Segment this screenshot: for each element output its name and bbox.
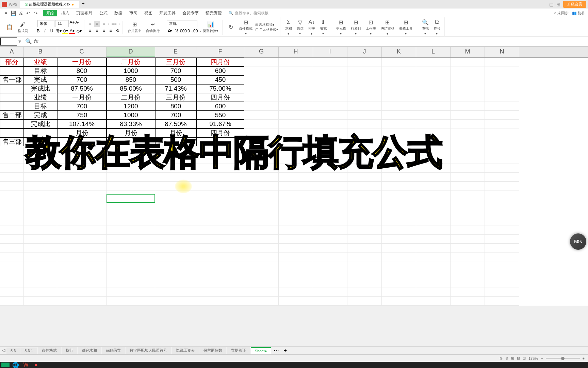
cell[interactable]: 83.33% [107, 120, 155, 128]
cell[interactable] [313, 58, 347, 66]
cell[interactable] [347, 75, 382, 84]
cell[interactable] [451, 279, 485, 288]
cell[interactable]: 700 [155, 111, 196, 120]
cell[interactable]: 600 [196, 66, 244, 75]
cell[interactable] [347, 190, 382, 199]
view-break-icon[interactable]: ⊡ [523, 356, 526, 361]
filter-button[interactable]: ▽筛选▾ [295, 17, 306, 37]
zoom-in-icon[interactable]: + [583, 356, 585, 361]
cell[interactable]: 75.00% [196, 84, 244, 93]
cell[interactable] [155, 190, 196, 199]
cell[interactable] [382, 102, 416, 111]
cell[interactable] [416, 208, 451, 217]
font-name-select[interactable]: 宋体 [37, 20, 54, 27]
cell[interactable] [416, 84, 451, 93]
cell[interactable] [244, 208, 279, 217]
view-layout-icon[interactable]: ⊟ [517, 356, 520, 361]
cell[interactable] [0, 146, 24, 155]
col-header-J[interactable]: J [347, 47, 382, 57]
cell[interactable]: 业绩 [24, 58, 57, 66]
cell[interactable]: 四月份 [196, 58, 244, 66]
cell[interactable] [57, 288, 107, 297]
cell[interactable] [347, 84, 382, 93]
cell[interactable] [0, 208, 24, 217]
cell[interactable] [57, 252, 107, 261]
cell[interactable] [244, 288, 279, 297]
cell[interactable] [451, 270, 485, 279]
cell[interactable]: 800 [155, 102, 196, 111]
magnify-icon[interactable]: 🔍 [25, 38, 32, 45]
cell[interactable] [57, 244, 107, 252]
cell[interactable] [451, 190, 485, 199]
cell[interactable] [279, 235, 313, 244]
start-button[interactable] [1, 363, 10, 367]
cell[interactable] [485, 137, 519, 146]
cell[interactable]: 85.00% [107, 84, 155, 93]
menu-layout[interactable]: 页面布局 [74, 9, 95, 17]
cell[interactable]: 750 [57, 111, 107, 120]
cell[interactable] [24, 261, 57, 270]
cell[interactable] [155, 199, 196, 208]
align-middle-icon[interactable]: ≡ [94, 21, 100, 27]
cell[interactable] [244, 93, 279, 102]
cell[interactable] [313, 190, 347, 199]
cell[interactable] [347, 270, 382, 279]
redo-icon[interactable]: ↷ [33, 10, 39, 16]
cell[interactable] [485, 120, 519, 128]
cell[interactable]: 87.50% [57, 84, 107, 93]
cell[interactable] [244, 261, 279, 270]
cell[interactable]: 完成比 [24, 120, 57, 128]
sheet-button[interactable]: ⊡工作表▾ [364, 17, 378, 37]
cell[interactable] [57, 261, 107, 270]
window-icon[interactable]: ⊞ [556, 2, 560, 7]
cell[interactable]: 1000 [107, 66, 155, 75]
col-header-C[interactable]: C [57, 47, 107, 57]
cell[interactable] [416, 102, 451, 111]
align-top-icon[interactable]: ≡ [87, 21, 93, 27]
cell-button[interactable]: ⊞单元格▾ [334, 17, 348, 37]
cell[interactable]: 售二部 [0, 111, 24, 120]
cell[interactable] [244, 270, 279, 279]
cell[interactable] [0, 128, 24, 137]
cell[interactable] [485, 217, 519, 226]
cell[interactable] [416, 120, 451, 128]
menu-review[interactable]: 审阅 [127, 9, 140, 17]
cell[interactable] [485, 252, 519, 261]
cell[interactable]: 500 [155, 75, 196, 84]
cell[interactable] [382, 288, 416, 297]
cell[interactable] [313, 226, 347, 235]
menu-icon[interactable]: ≡ [3, 10, 9, 16]
cell[interactable] [313, 288, 347, 297]
cell[interactable] [155, 226, 196, 235]
zoom-out-icon[interactable]: − [541, 356, 543, 361]
cell[interactable]: 一月份 [57, 93, 107, 102]
wps-taskbar-icon[interactable]: W [22, 363, 30, 367]
sheet-tab[interactable]: 保留两位数 [199, 347, 226, 354]
cell[interactable] [0, 102, 24, 111]
cell[interactable] [155, 252, 196, 261]
col-header-E[interactable]: E [155, 47, 196, 57]
cell[interactable] [416, 226, 451, 235]
cell[interactable] [451, 66, 485, 75]
cell[interactable] [485, 146, 519, 155]
cell[interactable] [485, 279, 519, 288]
cell[interactable] [279, 182, 313, 190]
cell[interactable] [57, 208, 107, 217]
cell[interactable] [416, 279, 451, 288]
cell[interactable] [416, 252, 451, 261]
col-header-I[interactable]: I [313, 47, 347, 57]
cell[interactable] [0, 66, 24, 75]
cell[interactable]: 完成 [24, 111, 57, 120]
cell[interactable] [485, 297, 519, 306]
cell[interactable] [244, 199, 279, 208]
zoom-level[interactable]: 175% [528, 356, 538, 361]
cell[interactable] [451, 146, 485, 155]
view-normal-icon[interactable]: ⊞ [511, 356, 514, 361]
cell[interactable] [451, 261, 485, 270]
cell[interactable] [451, 137, 485, 146]
cell[interactable] [196, 217, 244, 226]
find-button[interactable]: 🔍查找▾ [420, 17, 431, 37]
cell[interactable] [485, 84, 519, 93]
cell[interactable] [485, 182, 519, 190]
cell[interactable] [347, 93, 382, 102]
